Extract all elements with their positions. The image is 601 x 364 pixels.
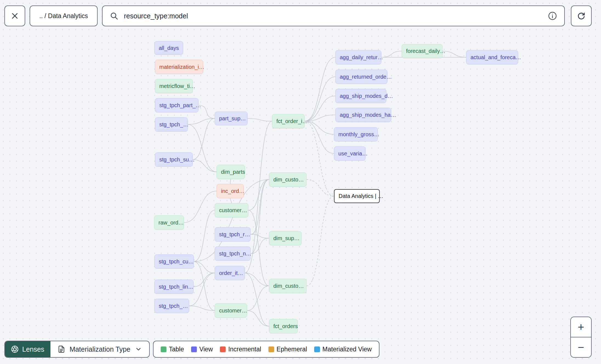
edge-path	[305, 96, 335, 121]
legend-label: Table	[169, 346, 184, 353]
node-label: Data Analytics | …	[339, 193, 383, 199]
edge-path	[248, 210, 269, 286]
node-label: agg_ship_modes_d…	[340, 93, 393, 99]
legend-item: Table	[161, 346, 184, 353]
graph-node-stg_tpch_customers[interactable]: stg_tpch_cu…	[154, 254, 194, 269]
edge-path	[245, 273, 269, 286]
zoom-in-button[interactable]: +	[571, 317, 591, 337]
node-label: order_it…	[219, 270, 243, 276]
edge-path	[305, 77, 335, 121]
graph-node-customers_b[interactable]: customer…	[215, 303, 247, 318]
graph-node-part_suppliers[interactable]: part_sup…	[215, 112, 248, 125]
edge-path	[194, 261, 215, 311]
edge-path	[194, 210, 215, 261]
legend-item: Incremental	[220, 346, 261, 353]
legend-item: Ephemeral	[268, 346, 307, 353]
edge-path	[184, 191, 217, 223]
node-label: agg_ship_modes_ha…	[340, 112, 396, 118]
edge-path	[305, 121, 334, 134]
document-icon	[58, 345, 65, 353]
edge-path	[251, 238, 269, 254]
edge-path	[251, 180, 269, 254]
lineage-graph-screen: all_daysmaterialization_i…metricflow_ti……	[0, 0, 601, 364]
edge-path	[247, 286, 269, 311]
graph-node-exposure_data_analytics[interactable]: Data Analytics | …	[334, 189, 380, 203]
legend-label: Materialized View	[322, 346, 372, 353]
graph-node-agg_returned_orders[interactable]: agg_returned_orde…	[335, 70, 387, 84]
refresh-icon	[577, 11, 586, 21]
close-button[interactable]	[4, 5, 25, 26]
node-label: agg_daily_retur…	[340, 54, 383, 61]
graph-node-stg_tpch_parts[interactable]: stg_tpch_part_…	[155, 98, 199, 112]
edge-path	[443, 51, 466, 58]
node-label: agg_returned_orde…	[340, 74, 392, 80]
lenses-button[interactable]: Lenses	[5, 341, 50, 357]
graph-node-fct_order_items[interactable]: fct_order_i…	[272, 114, 305, 128]
materialization-legend: TableViewIncrementalEphemeralMaterialize…	[153, 341, 379, 358]
node-label: dim_sup…	[273, 235, 300, 241]
graph-node-stg_tpch_suppliers[interactable]: stg_tpch_su…	[155, 152, 193, 167]
breadcrumb[interactable]: .. / Data Analytics	[30, 5, 98, 26]
graph-node-agg_ship_modes_d[interactable]: agg_ship_modes_d…	[335, 89, 386, 103]
search-icon	[110, 12, 118, 20]
edge-path	[305, 115, 335, 121]
node-label: stg_tpch_lin…	[159, 284, 194, 290]
graph-node-agg_ship_modes_ha[interactable]: agg_ship_modes_ha…	[335, 108, 391, 122]
edge-path	[193, 118, 215, 160]
graph-node-agg_daily_returns[interactable]: agg_daily_retur…	[335, 50, 381, 64]
edge-path	[189, 306, 215, 311]
graph-node-stg_tpch_b[interactable]: stg_tpch_…	[154, 299, 189, 313]
search-bar[interactable]	[102, 5, 565, 26]
graph-node-stg_tpch_line_items[interactable]: stg_tpch_lin…	[154, 280, 194, 294]
graph-node-dim_parts[interactable]: dim_parts	[217, 165, 245, 179]
graph-node-use_variables[interactable]: use_varia…	[334, 146, 365, 161]
legend-swatch	[314, 346, 320, 352]
graph-node-stg_tpch_regions[interactable]: stg_tpch_r…	[215, 227, 251, 241]
graph-node-dim_customers_b[interactable]: dim_custo…	[269, 279, 307, 293]
graph-node-actual_and_forecast[interactable]: actual_and_foreca…	[466, 50, 518, 64]
node-label: forecast_daily…	[406, 48, 445, 54]
graph-node-metricflow_time[interactable]: metricflow_ti…	[155, 79, 193, 93]
graph-node-fct_orders[interactable]: fct_orders	[269, 319, 298, 333]
graph-node-order_items[interactable]: order_it…	[215, 266, 245, 280]
node-label: part_sup…	[219, 115, 246, 122]
lenses-label: Lenses	[22, 345, 44, 353]
graph-node-dim_customers_a[interactable]: dim_custo…	[269, 172, 307, 187]
graph-node-customers_a[interactable]: customer…	[215, 203, 248, 217]
graph-node-all_days[interactable]: all_days	[154, 41, 183, 55]
graph-node-stg_tpch_nations[interactable]: stg_tpch_n…	[215, 246, 251, 261]
graph-node-materialization_inc[interactable]: materialization_i…	[155, 60, 203, 74]
edge-path	[230, 198, 232, 203]
graph-node-monthly_gross[interactable]: monthly_gross…	[334, 127, 378, 141]
edge-path	[248, 118, 272, 121]
graph-node-stg_tpch_a[interactable]: stg_tpch_…	[155, 117, 188, 132]
graph-node-dim_suppliers[interactable]: dim_sup…	[269, 231, 302, 245]
node-label: inc_ord…	[221, 188, 245, 194]
edge-path	[248, 180, 269, 210]
node-label: customer…	[219, 207, 247, 214]
zoom-out-button[interactable]: −	[571, 337, 591, 357]
info-icon[interactable]	[548, 11, 557, 21]
graph-node-inc_orders[interactable]: inc_ord…	[217, 184, 244, 198]
node-label: use_varia…	[338, 150, 368, 157]
refresh-button[interactable]	[571, 5, 592, 26]
edge-path	[307, 196, 334, 286]
edge-path	[305, 121, 334, 153]
edge-path	[251, 180, 269, 234]
node-label: materialization_i…	[159, 64, 205, 70]
search-input[interactable]	[124, 12, 542, 20]
breadcrumb-label: .. / Data Analytics	[39, 12, 88, 20]
edge-path	[305, 121, 334, 196]
edge-path	[247, 311, 269, 326]
node-label: metricflow_ti…	[159, 83, 195, 89]
node-label: raw_ord…	[158, 220, 184, 226]
graph-node-raw_orders[interactable]: raw_ord…	[154, 215, 184, 230]
lenses-combo: Lenses Materialization Type	[4, 341, 150, 358]
edge-path	[381, 51, 402, 58]
node-label: stg_tpch_r…	[219, 231, 250, 238]
graph-node-forecast_daily[interactable]: forecast_daily…	[402, 44, 443, 58]
node-label: monthly_gross…	[338, 131, 379, 138]
node-label: fct_order_i…	[276, 118, 308, 124]
lens-selector-dropdown[interactable]: Materialization Type	[50, 341, 149, 357]
node-label: dim_parts	[221, 169, 245, 175]
